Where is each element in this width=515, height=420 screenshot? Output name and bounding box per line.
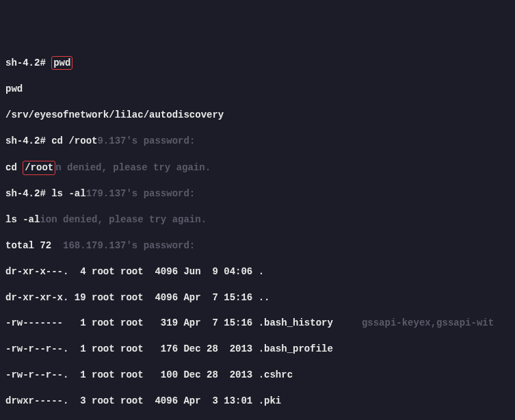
ghost-text: 179.137's password:	[86, 188, 196, 199]
ls-row: dr-xr-x---. 4 root root 4096 Jun 9 04:06…	[5, 265, 510, 278]
ls-row: -rw-r--r--. 1 root root 100 Dec 28 2013 …	[5, 369, 510, 382]
prompt-cd: sh-4.2# cd /root9.137's password:	[5, 135, 510, 148]
ls-row: -rw------- 1 root root 319 Apr 7 15:16 .…	[5, 317, 510, 330]
pwd-output: /srv/eyesofnetwork/lilac/autodiscovery	[5, 109, 510, 122]
ghost-text: 9.137's password:	[97, 135, 195, 146]
echo-cd: cd /rootn denied, please try again.	[5, 161, 510, 175]
prompt-ls: sh-4.2# ls -al179.137's password:	[5, 187, 510, 200]
ghost-text: n denied, please try again.	[55, 162, 211, 173]
echo-ls: ls -alion denied, please try again.	[5, 213, 510, 226]
highlight-pwd: pwd	[51, 56, 72, 70]
ghost-text	[51, 240, 63, 251]
ls-row: -rw-r--r--. 1 root root 176 Dec 28 2013 …	[5, 343, 510, 356]
ghost-text: ion denied, please try again.	[40, 214, 207, 225]
highlight-root: /root	[23, 161, 55, 175]
echo-pwd: pwd	[5, 83, 510, 96]
ls-row: dr-xr-xr-x. 19 root root 4096 Apr 7 15:1…	[5, 291, 510, 304]
total-line: total 72 168.179.137's password:	[5, 239, 510, 252]
ls-row: drwxr-----. 3 root root 4096 Apr 3 13:01…	[5, 395, 510, 408]
ghost-text	[333, 317, 362, 328]
prompt-pwd: sh-4.2# pwd	[5, 56, 510, 70]
